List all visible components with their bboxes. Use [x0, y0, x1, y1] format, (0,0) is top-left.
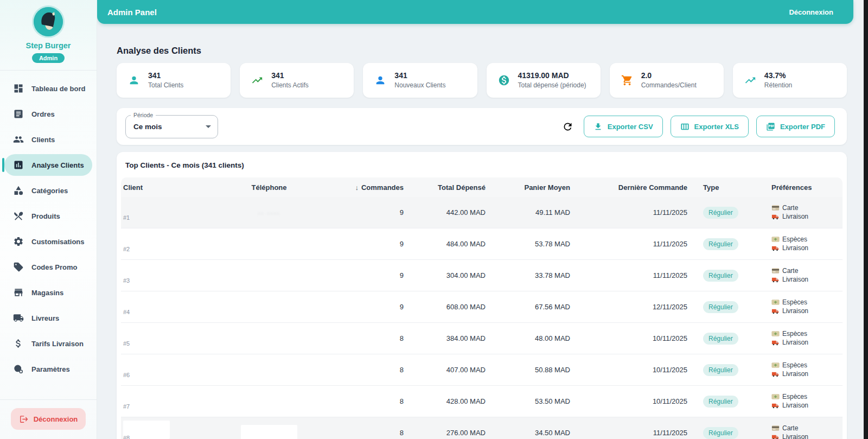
client-rank: #7 — [123, 403, 218, 410]
table-row: #78428.00 MAD53.50 MAD10/11/2025Régulier… — [121, 385, 843, 417]
client-rank: #1 — [123, 214, 218, 221]
preference-label: Espèces — [782, 236, 807, 244]
orders-cell: 8 — [321, 334, 410, 342]
sidebar-item-tableau-de-bord[interactable]: Tableau de bord — [4, 78, 92, 99]
stat-label: Nouveaux Clients — [394, 81, 445, 90]
client-name-redacted — [123, 425, 218, 435]
sort-desc-icon: ↓ — [355, 183, 359, 192]
sidebar-item-label: Paramètres — [31, 365, 70, 373]
sidebar-item-livreurs[interactable]: Livreurs — [4, 307, 92, 329]
preference-label: Livraison — [782, 402, 808, 410]
table-row: #58384.00 MAD48.00 MAD10/11/2025Régulier… — [121, 322, 843, 354]
stores-icon — [13, 287, 24, 298]
cash-icon — [771, 330, 780, 337]
type-cell: Régulier — [694, 333, 763, 345]
client-cell: #7 — [123, 393, 218, 410]
export-csv-button[interactable]: Exporter CSV — [584, 116, 663, 137]
sidebar-item-parametres[interactable]: Paramètres — [4, 358, 92, 380]
truck-icon — [771, 308, 780, 315]
sidebar-item-magasins[interactable]: Magasins — [4, 282, 92, 303]
export-csv-label: Exporter CSV — [608, 123, 653, 131]
stat-card-clients-actifs: 341Clients Actifs — [240, 63, 354, 98]
content: Analyse des Clients 341Total Clients341C… — [97, 24, 868, 439]
stat-text: 43.7%Rétention — [764, 71, 792, 90]
trending-up-icon — [744, 74, 757, 87]
total-spent-cell: 484.00 MAD — [410, 240, 492, 248]
cart-icon — [621, 74, 634, 87]
client-name-redacted — [123, 205, 218, 214]
stat-label: Total dépensé (période) — [518, 81, 586, 90]
period-select[interactable]: Période Ce mois — [125, 115, 218, 138]
table-row: #49608.00 MAD67.56 MAD12/11/2025Régulier… — [121, 291, 843, 322]
column-header-derniere-commande[interactable]: Dernière Commande — [577, 183, 694, 192]
sidebar-item-ordres[interactable]: Ordres — [4, 103, 92, 125]
last-order-cell: 10/11/2025 — [577, 366, 694, 374]
preference-item: Carte — [771, 424, 840, 432]
orders-cell: 9 — [321, 240, 410, 248]
phone-blurred: ·· ···· — [258, 209, 280, 217]
column-header-commandes[interactable]: ↓ Commandes — [321, 183, 410, 192]
column-header-panier-moyen[interactable]: Panier Moyen — [492, 183, 577, 192]
sidebar-item-codes-promo[interactable]: Codes Promo — [4, 256, 92, 278]
preference-item: Livraison — [771, 370, 840, 378]
cash-icon — [771, 299, 780, 306]
last-order-cell: 10/11/2025 — [577, 397, 694, 405]
client-cell: #5 — [123, 330, 218, 347]
sidebar-nav: Tableau de bordOrdresClientsAnalyse Clie… — [0, 71, 97, 399]
last-order-cell: 11/11/2025 — [577, 429, 694, 437]
client-cell: #1 — [123, 205, 218, 221]
type-cell: Régulier — [694, 427, 763, 439]
total-spent-cell: 384.00 MAD — [410, 334, 492, 342]
pdf-icon — [766, 122, 775, 131]
preferences-cell: EspècesLivraison — [763, 392, 840, 411]
type-badge: Régulier — [703, 333, 738, 345]
preference-item: Espèces — [771, 361, 840, 370]
sidebar-item-categories[interactable]: Catégories — [4, 180, 92, 201]
sidebar-item-clients[interactable]: Clients — [4, 129, 92, 150]
sidebar-item-tarifs-livraison[interactable]: Tarifs Livraison — [4, 333, 92, 354]
header-logout-button[interactable]: Déconnexion — [786, 8, 837, 17]
top-bar: Admin Panel Déconnexion — [97, 0, 853, 24]
clients-icon — [13, 134, 24, 145]
preference-label: Livraison — [782, 370, 808, 378]
total-spent-cell: 407.00 MAD — [410, 366, 492, 374]
preferences-cell: EspècesLivraison — [763, 360, 840, 379]
client-rank: #3 — [123, 277, 218, 284]
table-header-row: Client Téléphone ↓ Commandes Total Dépen… — [121, 177, 843, 197]
sidebar-item-analyse-clients[interactable]: Analyse Clients — [4, 154, 92, 176]
export-xls-button[interactable]: Exporter XLS — [671, 116, 749, 137]
refresh-button[interactable] — [560, 118, 576, 135]
column-header-total-depense[interactable]: Total Dépensé — [410, 183, 492, 192]
stats-row: 341Total Clients341Clients Actifs341Nouv… — [117, 63, 847, 98]
preference-item: Livraison — [771, 433, 840, 439]
preference-item: Livraison — [771, 339, 840, 347]
column-header-telephone[interactable]: Téléphone — [218, 183, 321, 192]
preference-label: Livraison — [782, 276, 808, 284]
total-spent-cell: 428.00 MAD — [410, 397, 492, 405]
preference-item: Espèces — [771, 236, 840, 244]
sidebar-logout-button[interactable]: Déconnexion — [11, 408, 86, 430]
stat-text: 2.0Commandes/Client — [641, 71, 697, 90]
stat-value: 341 — [148, 71, 183, 81]
period-select-label: Période — [131, 112, 156, 118]
stat-card-commandes-client: 2.0Commandes/Client — [610, 63, 724, 98]
type-badge: Régulier — [703, 364, 738, 376]
phone-cell — [218, 425, 321, 439]
column-header-client[interactable]: Client — [123, 183, 218, 192]
column-header-type[interactable]: Type — [694, 183, 763, 192]
total-spent-cell: 276.00 MAD — [410, 429, 492, 437]
phone-cell: ·· ···· — [218, 208, 321, 218]
type-cell: Régulier — [694, 270, 763, 282]
client-cell: #4 — [123, 299, 218, 315]
client-cell: #6 — [123, 362, 218, 378]
sidebar-item-customisations[interactable]: Customisations — [4, 231, 92, 252]
preference-label: Livraison — [782, 244, 808, 252]
export-pdf-button[interactable]: Exporter PDF — [756, 116, 835, 137]
cash-icon — [771, 236, 780, 243]
preferences-cell: EspècesLivraison — [763, 329, 840, 348]
sidebar-item-produits[interactable]: Produits — [4, 205, 92, 227]
type-cell: Régulier — [694, 238, 763, 250]
profile-section: Step Burger Admin — [0, 0, 97, 71]
type-cell: Régulier — [694, 364, 763, 376]
column-header-preferences[interactable]: Préférences — [763, 183, 840, 192]
